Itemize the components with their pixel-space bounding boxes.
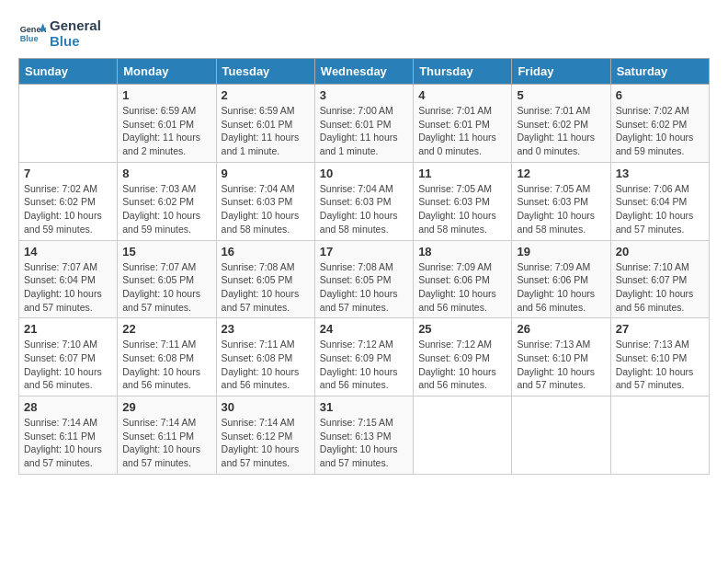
day-cell: 3Sunrise: 7:00 AM Sunset: 6:01 PM Daylig… bbox=[314, 85, 413, 163]
day-number: 18 bbox=[418, 245, 506, 259]
calendar-table: SundayMondayTuesdayWednesdayThursdayFrid… bbox=[18, 58, 710, 475]
day-detail: Sunrise: 7:08 AM Sunset: 6:05 PM Dayligh… bbox=[222, 260, 310, 315]
day-number: 28 bbox=[24, 400, 112, 414]
day-detail: Sunrise: 7:10 AM Sunset: 6:07 PM Dayligh… bbox=[616, 260, 704, 315]
day-detail: Sunrise: 7:14 AM Sunset: 6:12 PM Dayligh… bbox=[222, 416, 310, 470]
day-number: 6 bbox=[616, 88, 704, 102]
day-cell: 7Sunrise: 7:02 AM Sunset: 6:02 PM Daylig… bbox=[19, 162, 118, 240]
day-cell: 6Sunrise: 7:02 AM Sunset: 6:02 PM Daylig… bbox=[610, 85, 709, 163]
week-row-5: 28Sunrise: 7:14 AM Sunset: 6:11 PM Dayli… bbox=[19, 396, 710, 475]
day-number: 11 bbox=[418, 167, 506, 180]
day-detail: Sunrise: 7:08 AM Sunset: 6:05 PM Dayligh… bbox=[320, 260, 408, 315]
day-detail: Sunrise: 7:04 AM Sunset: 6:03 PM Dayligh… bbox=[320, 182, 408, 236]
day-cell: 22Sunrise: 7:11 AM Sunset: 6:08 PM Dayli… bbox=[118, 318, 216, 396]
week-row-4: 21Sunrise: 7:10 AM Sunset: 6:07 PM Dayli… bbox=[19, 318, 710, 396]
svg-text:Blue: Blue bbox=[20, 34, 39, 43]
day-cell: 10Sunrise: 7:04 AM Sunset: 6:03 PM Dayli… bbox=[314, 162, 413, 240]
day-number: 16 bbox=[222, 245, 310, 259]
week-row-2: 7Sunrise: 7:02 AM Sunset: 6:02 PM Daylig… bbox=[19, 162, 710, 240]
day-cell: 26Sunrise: 7:13 AM Sunset: 6:10 PM Dayli… bbox=[512, 318, 610, 396]
day-detail: Sunrise: 7:04 AM Sunset: 6:03 PM Dayligh… bbox=[222, 182, 310, 236]
day-detail: Sunrise: 7:11 AM Sunset: 6:08 PM Dayligh… bbox=[122, 338, 210, 392]
day-cell bbox=[610, 396, 709, 475]
week-row-3: 14Sunrise: 7:07 AM Sunset: 6:04 PM Dayli… bbox=[19, 240, 710, 318]
day-header-sunday: Sunday bbox=[19, 59, 118, 85]
day-cell: 18Sunrise: 7:09 AM Sunset: 6:06 PM Dayli… bbox=[414, 240, 512, 318]
day-header-friday: Friday bbox=[512, 59, 610, 85]
day-cell: 20Sunrise: 7:10 AM Sunset: 6:07 PM Dayli… bbox=[610, 240, 709, 318]
day-detail: Sunrise: 7:13 AM Sunset: 6:10 PM Dayligh… bbox=[616, 338, 704, 392]
day-cell: 23Sunrise: 7:11 AM Sunset: 6:08 PM Dayli… bbox=[216, 318, 314, 396]
day-detail: Sunrise: 7:09 AM Sunset: 6:06 PM Dayligh… bbox=[418, 260, 506, 315]
day-detail: Sunrise: 7:06 AM Sunset: 6:04 PM Dayligh… bbox=[616, 182, 704, 236]
day-number: 25 bbox=[418, 322, 506, 336]
day-number: 5 bbox=[517, 88, 605, 102]
week-row-1: 1Sunrise: 6:59 AM Sunset: 6:01 PM Daylig… bbox=[19, 85, 710, 163]
day-cell: 28Sunrise: 7:14 AM Sunset: 6:11 PM Dayli… bbox=[19, 396, 118, 475]
day-number: 24 bbox=[320, 322, 408, 336]
day-detail: Sunrise: 7:02 AM Sunset: 6:02 PM Dayligh… bbox=[616, 104, 704, 158]
day-number: 30 bbox=[222, 400, 310, 414]
day-detail: Sunrise: 7:13 AM Sunset: 6:10 PM Dayligh… bbox=[517, 338, 605, 392]
day-cell: 15Sunrise: 7:07 AM Sunset: 6:05 PM Dayli… bbox=[118, 240, 216, 318]
header: General Blue General Blue bbox=[18, 18, 710, 49]
day-header-wednesday: Wednesday bbox=[314, 59, 413, 85]
day-detail: Sunrise: 7:01 AM Sunset: 6:01 PM Dayligh… bbox=[418, 104, 506, 158]
day-number: 9 bbox=[222, 167, 310, 180]
day-detail: Sunrise: 7:10 AM Sunset: 6:07 PM Dayligh… bbox=[24, 338, 112, 392]
day-header-saturday: Saturday bbox=[610, 59, 709, 85]
logo: General Blue General Blue bbox=[18, 18, 101, 49]
day-detail: Sunrise: 7:03 AM Sunset: 6:02 PM Dayligh… bbox=[122, 182, 210, 236]
day-cell: 21Sunrise: 7:10 AM Sunset: 6:07 PM Dayli… bbox=[19, 318, 118, 396]
day-number: 2 bbox=[222, 88, 310, 102]
day-cell: 17Sunrise: 7:08 AM Sunset: 6:05 PM Dayli… bbox=[314, 240, 413, 318]
day-number: 21 bbox=[24, 322, 112, 336]
day-detail: Sunrise: 7:00 AM Sunset: 6:01 PM Dayligh… bbox=[320, 104, 408, 158]
day-number: 1 bbox=[122, 88, 210, 102]
day-detail: Sunrise: 7:05 AM Sunset: 6:03 PM Dayligh… bbox=[517, 182, 605, 236]
day-cell: 8Sunrise: 7:03 AM Sunset: 6:02 PM Daylig… bbox=[118, 162, 216, 240]
day-detail: Sunrise: 7:02 AM Sunset: 6:02 PM Dayligh… bbox=[24, 182, 112, 236]
day-number: 27 bbox=[616, 322, 704, 336]
day-number: 7 bbox=[24, 167, 112, 180]
day-number: 17 bbox=[320, 245, 408, 259]
day-cell: 14Sunrise: 7:07 AM Sunset: 6:04 PM Dayli… bbox=[19, 240, 118, 318]
day-header-monday: Monday bbox=[118, 59, 216, 85]
day-detail: Sunrise: 7:01 AM Sunset: 6:02 PM Dayligh… bbox=[517, 104, 605, 158]
day-number: 12 bbox=[517, 167, 605, 180]
day-cell: 24Sunrise: 7:12 AM Sunset: 6:09 PM Dayli… bbox=[314, 318, 413, 396]
day-cell: 12Sunrise: 7:05 AM Sunset: 6:03 PM Dayli… bbox=[512, 162, 610, 240]
day-number: 22 bbox=[122, 322, 210, 336]
logo-general: General bbox=[50, 18, 101, 34]
day-number: 13 bbox=[616, 167, 704, 180]
day-number: 31 bbox=[320, 400, 408, 414]
day-detail: Sunrise: 7:14 AM Sunset: 6:11 PM Dayligh… bbox=[122, 416, 210, 470]
day-number: 4 bbox=[418, 88, 506, 102]
day-number: 14 bbox=[24, 245, 112, 259]
day-cell bbox=[414, 396, 512, 475]
day-cell: 30Sunrise: 7:14 AM Sunset: 6:12 PM Dayli… bbox=[216, 396, 314, 475]
day-cell: 5Sunrise: 7:01 AM Sunset: 6:02 PM Daylig… bbox=[512, 85, 610, 163]
day-detail: Sunrise: 7:07 AM Sunset: 6:05 PM Dayligh… bbox=[122, 260, 210, 315]
day-detail: Sunrise: 7:14 AM Sunset: 6:11 PM Dayligh… bbox=[24, 416, 112, 470]
day-header-thursday: Thursday bbox=[414, 59, 512, 85]
day-cell: 19Sunrise: 7:09 AM Sunset: 6:06 PM Dayli… bbox=[512, 240, 610, 318]
day-cell bbox=[19, 85, 118, 163]
day-cell: 4Sunrise: 7:01 AM Sunset: 6:01 PM Daylig… bbox=[414, 85, 512, 163]
day-number: 26 bbox=[517, 322, 605, 336]
day-detail: Sunrise: 7:11 AM Sunset: 6:08 PM Dayligh… bbox=[222, 338, 310, 392]
day-header-tuesday: Tuesday bbox=[216, 59, 314, 85]
day-cell: 29Sunrise: 7:14 AM Sunset: 6:11 PM Dayli… bbox=[118, 396, 216, 475]
day-cell: 11Sunrise: 7:05 AM Sunset: 6:03 PM Dayli… bbox=[414, 162, 512, 240]
calendar-header-row: SundayMondayTuesdayWednesdayThursdayFrid… bbox=[19, 59, 710, 85]
day-detail: Sunrise: 7:05 AM Sunset: 6:03 PM Dayligh… bbox=[418, 182, 506, 236]
day-number: 23 bbox=[222, 322, 310, 336]
day-detail: Sunrise: 7:12 AM Sunset: 6:09 PM Dayligh… bbox=[418, 338, 506, 392]
day-detail: Sunrise: 6:59 AM Sunset: 6:01 PM Dayligh… bbox=[122, 104, 210, 158]
day-cell: 16Sunrise: 7:08 AM Sunset: 6:05 PM Dayli… bbox=[216, 240, 314, 318]
day-cell: 27Sunrise: 7:13 AM Sunset: 6:10 PM Dayli… bbox=[610, 318, 709, 396]
day-cell: 31Sunrise: 7:15 AM Sunset: 6:13 PM Dayli… bbox=[314, 396, 413, 475]
day-cell: 13Sunrise: 7:06 AM Sunset: 6:04 PM Dayli… bbox=[610, 162, 709, 240]
day-cell: 2Sunrise: 6:59 AM Sunset: 6:01 PM Daylig… bbox=[216, 85, 314, 163]
day-number: 29 bbox=[122, 400, 210, 414]
